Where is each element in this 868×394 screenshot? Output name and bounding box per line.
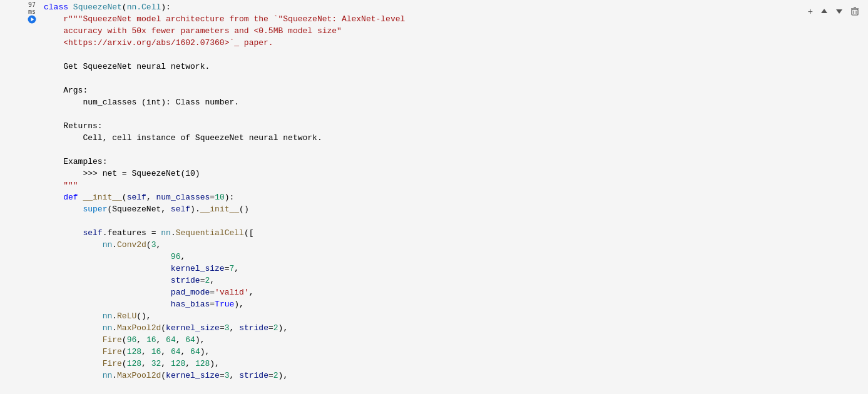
run-indicator-row: 97 ms	[0, 1, 44, 13]
play-icon[interactable]	[28, 15, 36, 24]
play-button-row[interactable]	[0, 13, 44, 25]
svg-rect-0	[852, 9, 858, 15]
delete-button[interactable]	[848, 6, 862, 17]
play-icon-container[interactable]	[23, 15, 41, 24]
toolbar-right: +	[805, 5, 862, 18]
gutter: 97 ms	[0, 0, 44, 394]
down-button[interactable]	[833, 6, 845, 16]
up-button[interactable]	[818, 6, 830, 16]
code-area[interactable]: class SqueezeNet(nn.Cell): r"""SqueezeNe…	[44, 0, 868, 394]
editor-container: + 97 ms	[0, 0, 868, 394]
run-count: 97	[28, 1, 36, 8]
add-button[interactable]: +	[805, 5, 815, 18]
